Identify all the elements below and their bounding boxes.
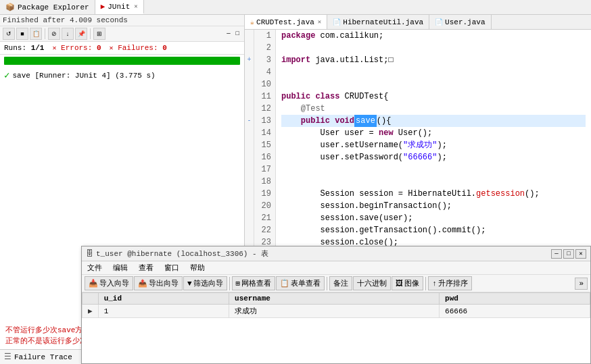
db-menu-help[interactable]: 帮助 bbox=[185, 261, 210, 274]
code-line-1: package com.cailikun; bbox=[281, 30, 586, 42]
export-icon: 📤 bbox=[138, 279, 147, 288]
filter-icon: ▼ bbox=[187, 280, 192, 288]
panel-maximize-btn[interactable]: □ bbox=[234, 30, 241, 37]
db-menu-edit[interactable]: 编辑 bbox=[108, 261, 133, 274]
cell-pwd: 66666 bbox=[440, 305, 590, 318]
db-note-btn[interactable]: 备注 bbox=[329, 276, 352, 290]
tab-crudtest[interactable]: ☕ CRUDTest.java ✕ bbox=[245, 15, 327, 29]
code-line-18 bbox=[281, 176, 586, 188]
editor-tab-bar: ☕ CRUDTest.java ✕ 📄 HibernateUtil.java 📄… bbox=[245, 15, 591, 30]
col-username[interactable]: username bbox=[229, 293, 440, 305]
db-form-btn[interactable]: 📋 表单查看 bbox=[276, 276, 325, 290]
db-minimize-btn[interactable]: ─ bbox=[551, 249, 562, 259]
col-uid[interactable]: u_id bbox=[98, 293, 229, 305]
db-filter-btn[interactable]: ▼ 筛选向导 bbox=[183, 276, 227, 290]
junit-rerun-btn[interactable]: ↺ bbox=[3, 28, 15, 40]
db-data-table: u_id username pwd ▶ 1 求成功 66666 bbox=[82, 292, 590, 318]
tab-package-explorer[interactable]: 📦 Package Explorer bbox=[0, 0, 95, 14]
db-table-window: 🗄 t_user @hibernate (localhost_3306) - 表… bbox=[81, 246, 591, 364]
db-close-btn[interactable]: ✕ bbox=[575, 249, 586, 259]
db-export-btn[interactable]: 📤 导出向导 bbox=[134, 276, 183, 290]
failure-trace-label: Failure Trace bbox=[14, 353, 72, 361]
tab-junit[interactable]: ▶ JUnit ✕ bbox=[95, 0, 144, 14]
db-restore-btn[interactable]: □ bbox=[563, 249, 574, 259]
junit-history-btn[interactable]: 📋 bbox=[30, 28, 42, 40]
cell-uid: 1 bbox=[98, 305, 229, 318]
db-menu-file[interactable]: 文件 bbox=[82, 261, 108, 274]
db-toolbar-sep-2 bbox=[327, 277, 327, 290]
junit-stop-btn[interactable]: ■ bbox=[16, 28, 28, 40]
junit-pin-btn[interactable]: 📌 bbox=[75, 28, 87, 40]
java-file-icon-2: 📄 bbox=[333, 18, 341, 26]
db-icon: 🗄 bbox=[86, 249, 93, 258]
tab-user-label: User.java bbox=[445, 18, 485, 26]
tab-junit-label: JUnit bbox=[108, 3, 130, 11]
junit-status: Finished after 4.009 seconds bbox=[0, 15, 244, 26]
panel-minimize-btn[interactable]: ─ bbox=[224, 30, 232, 37]
tree-check-icon: ✓ bbox=[4, 70, 9, 81]
java-file-icon: ☕ bbox=[250, 18, 254, 26]
cell-username: 求成功 bbox=[229, 305, 440, 318]
java-file-icon-3: 📄 bbox=[435, 18, 443, 26]
junit-tree-item[interactable]: ✓ save [Runner: JUnit 4] (3.775 s) bbox=[1, 68, 243, 82]
tab-package-explorer-label: Package Explorer bbox=[18, 3, 89, 11]
code-line-3: import java.util.List;□ bbox=[281, 54, 586, 66]
code-line-21: session.save(user); bbox=[281, 212, 586, 224]
db-toolbar-sep-3 bbox=[425, 277, 426, 290]
form-icon: 📋 bbox=[280, 279, 289, 288]
db-toolbar: 📥 导入向导 📤 导出向导 ▼ 筛选向导 ⊞ 网格查看 📋 表单查看 备注 十六… bbox=[82, 275, 590, 292]
junit-icon: ▶ bbox=[101, 2, 105, 11]
db-window-controls: ─ □ ✕ bbox=[551, 249, 586, 259]
db-import-btn[interactable]: 📥 导入向导 bbox=[85, 276, 133, 290]
tab-hibernateutil[interactable]: 📄 HibernateUtil.java bbox=[327, 15, 429, 29]
tab-crudtest-label: CRUDTest.java bbox=[256, 18, 314, 26]
import-icon: 📥 bbox=[89, 279, 98, 288]
db-table-container: u_id username pwd ▶ 1 求成功 66666 bbox=[82, 292, 590, 363]
code-line-14: User user = new User(); bbox=[281, 127, 586, 139]
code-line-15: user.setUsername("求成功"); bbox=[281, 139, 586, 151]
db-menubar: 文件 编辑 查看 窗口 帮助 bbox=[82, 261, 590, 275]
db-toolbar-sep-1 bbox=[229, 277, 230, 290]
code-line-2 bbox=[281, 42, 586, 54]
runs-stat: Runs: 1/1 bbox=[4, 44, 44, 52]
code-line-17 bbox=[281, 163, 586, 176]
db-image-btn[interactable]: 🖼 图像 bbox=[392, 276, 423, 290]
tab-junit-close[interactable]: ✕ bbox=[134, 3, 137, 10]
db-grid-btn[interactable]: ⊞ 网格查看 bbox=[232, 276, 276, 290]
failure-trace-icon: ☰ bbox=[4, 352, 11, 362]
db-hex-btn[interactable]: 十六进制 bbox=[353, 276, 391, 290]
row-arrow: ▶ bbox=[82, 305, 99, 318]
sort-icon: ↑ bbox=[432, 280, 437, 288]
tab-user[interactable]: 📄 User.java bbox=[429, 15, 491, 29]
code-line-20: session.beginTransaction(); bbox=[281, 200, 586, 212]
db-more-btn[interactable]: » bbox=[575, 278, 588, 290]
db-title-text: t_user @hibernate (localhost_3306) - 表 bbox=[96, 249, 268, 259]
tab-hibernateutil-label: HibernateUtil.java bbox=[343, 18, 423, 26]
image-icon: 🖼 bbox=[396, 279, 403, 288]
progress-fill bbox=[4, 57, 240, 65]
col-pwd[interactable]: pwd bbox=[440, 293, 590, 305]
grid-icon: ⊞ bbox=[236, 279, 241, 288]
failures-stat: ✕ Failures: 0 bbox=[110, 44, 167, 52]
code-line-4 bbox=[281, 66, 586, 78]
table-header-row: u_id username pwd bbox=[82, 293, 590, 305]
code-line-11: public class CRUDTest{ bbox=[281, 90, 586, 103]
junit-filter-btn[interactable]: ⊘ bbox=[48, 28, 60, 40]
code-line-13: public void save(){ bbox=[281, 115, 586, 127]
col-arrow bbox=[82, 293, 99, 305]
code-line-22: session.getTransaction().commit(); bbox=[281, 224, 586, 236]
tab-crudtest-close[interactable]: ✕ bbox=[318, 18, 321, 26]
errors-stat: ✕ Errors: 0 bbox=[52, 44, 101, 52]
db-menu-window[interactable]: 窗口 bbox=[159, 261, 185, 274]
junit-stats: Runs: 1/1 ✕ Errors: 0 ✕ Failures: 0 bbox=[0, 42, 244, 55]
junit-scroll-btn[interactable]: ↓ bbox=[62, 28, 74, 40]
top-tab-bar: 📦 Package Explorer ▶ JUnit ✕ bbox=[0, 0, 591, 15]
junit-layout-btn[interactable]: ⊞ bbox=[93, 28, 105, 40]
toolbar-sep-2 bbox=[90, 28, 91, 39]
db-titlebar: 🗄 t_user @hibernate (localhost_3306) - 表… bbox=[82, 246, 590, 261]
db-menu-view[interactable]: 查看 bbox=[133, 261, 159, 274]
db-title: 🗄 t_user @hibernate (localhost_3306) - 表 bbox=[86, 249, 268, 259]
table-row[interactable]: ▶ 1 求成功 66666 bbox=[82, 305, 590, 318]
code-line-16: user.setPassword("66666"); bbox=[281, 151, 586, 163]
db-sort-btn[interactable]: ↑ 升序排序 bbox=[428, 276, 472, 290]
